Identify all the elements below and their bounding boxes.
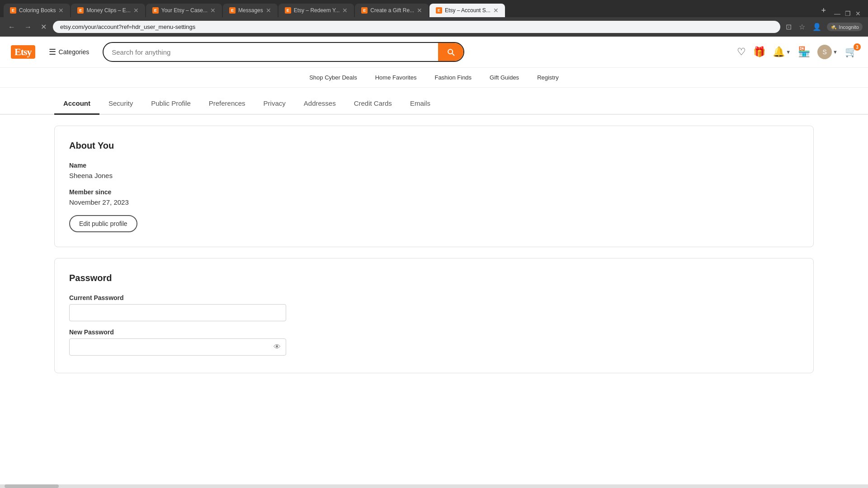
nav-bar: Shop Cyber Deals Home Favorites Fashion … xyxy=(0,68,868,88)
browser-tab-tab-1[interactable]: E Coloring Books ✕ xyxy=(4,4,70,17)
tab-label: Money Clips – E... xyxy=(86,7,130,14)
new-password-label: New Password xyxy=(69,328,799,336)
search-input[interactable] xyxy=(104,44,438,61)
hamburger-icon: ☰ xyxy=(49,47,56,57)
tab-close-icon[interactable]: ✕ xyxy=(58,7,64,14)
profile-button[interactable]: 👤 xyxy=(811,21,823,33)
browser-tab-tab-2[interactable]: E Money Clips – E... ✕ xyxy=(71,4,145,17)
tab-close-icon[interactable]: ✕ xyxy=(342,7,348,14)
edit-public-profile-button[interactable]: Edit public profile xyxy=(69,215,137,232)
gift-icon: 🎁 xyxy=(753,46,765,58)
search-icon xyxy=(446,47,455,56)
current-password-input[interactable] xyxy=(69,304,286,321)
site-header: Etsy ☰ Categories ♡ 🎁 🔔 ▼ 🏪 xyxy=(0,37,868,68)
address-bar-row: ← → ✕ ⊡ ☆ 👤 🕵 Incognito xyxy=(0,17,868,37)
member-since-label: Member since xyxy=(69,188,799,196)
new-password-input[interactable] xyxy=(69,338,286,356)
bell-icon: 🔔 xyxy=(773,46,785,58)
incognito-indicator: 🕵 Incognito xyxy=(827,23,863,31)
account-tab-account[interactable]: Account xyxy=(54,93,99,115)
browser-tab-tab-7[interactable]: E Etsy – Account S... ✕ xyxy=(429,4,505,17)
browser-chrome: E Coloring Books ✕ E Money Clips – E... … xyxy=(0,0,868,37)
current-password-label: Current Password xyxy=(69,294,799,301)
about-you-card: About You Name Sheena Jones Member since… xyxy=(54,126,814,247)
tab-favicon: E xyxy=(229,7,236,14)
cart-button[interactable]: 🛒 3 xyxy=(845,46,857,58)
maximize-button[interactable]: ❐ xyxy=(845,10,851,17)
tab-favicon: E xyxy=(436,7,442,14)
etsy-logo[interactable]: Etsy xyxy=(11,45,35,59)
tab-favicon: E xyxy=(152,7,159,14)
tab-label: Create a Gift Re... xyxy=(370,7,414,14)
tab-label: Etsy – Account S... xyxy=(445,7,491,14)
user-menu-button[interactable]: S ▼ xyxy=(817,45,838,59)
header-actions: ♡ 🎁 🔔 ▼ 🏪 S ▼ 🛒 3 xyxy=(737,45,857,59)
account-tab-addresses[interactable]: Addresses xyxy=(295,93,345,115)
heart-icon: ♡ xyxy=(737,46,746,58)
account-tab-emails[interactable]: Emails xyxy=(401,93,439,115)
browser-tab-tab-5[interactable]: E Etsy – Redeem Y... ✕ xyxy=(278,4,354,17)
new-password-wrapper: 👁 xyxy=(69,338,286,356)
categories-button[interactable]: ☰ Categories xyxy=(44,44,94,60)
browser-tab-tab-4[interactable]: E Messages ✕ xyxy=(223,4,278,17)
reload-button[interactable]: ✕ xyxy=(38,21,49,33)
about-you-title: About You xyxy=(69,141,799,151)
cart-badge: 3 xyxy=(854,43,861,51)
tab-favicon: E xyxy=(10,7,16,14)
name-value: Sheena Jones xyxy=(69,172,799,179)
user-menu-arrow: ▼ xyxy=(833,49,838,55)
account-tab-security[interactable]: Security xyxy=(99,93,142,115)
main-content: About You Name Sheena Jones Member since… xyxy=(0,115,868,395)
tab-close-icon[interactable]: ✕ xyxy=(417,7,422,14)
avatar: S xyxy=(817,45,832,59)
tab-label: Messages xyxy=(238,7,263,14)
nav-gift-guides[interactable]: Gift Guides xyxy=(490,74,519,81)
notifications-arrow: ▼ xyxy=(786,49,791,55)
minimize-button[interactable]: — xyxy=(834,10,840,17)
password-card: Password Current Password New Password 👁 xyxy=(54,258,814,373)
account-tab-public-profile[interactable]: Public Profile xyxy=(142,93,200,115)
name-label: Name xyxy=(69,162,799,169)
tab-close-icon[interactable]: ✕ xyxy=(133,7,139,14)
tab-label: Your Etsy – Case... xyxy=(161,7,208,14)
tab-bar: E Coloring Books ✕ E Money Clips – E... … xyxy=(0,0,868,17)
password-title: Password xyxy=(69,273,799,283)
favorites-button[interactable]: ♡ xyxy=(737,46,746,58)
tab-label: Coloring Books xyxy=(19,7,56,14)
tab-close-icon[interactable]: ✕ xyxy=(493,7,499,14)
tab-label: Etsy – Redeem Y... xyxy=(294,7,340,14)
password-visibility-toggle[interactable]: 👁 xyxy=(274,343,281,351)
account-tabs: AccountSecurityPublic ProfilePreferences… xyxy=(0,93,868,115)
nav-shop-cyber-deals[interactable]: Shop Cyber Deals xyxy=(309,74,357,81)
nav-home-favorites[interactable]: Home Favorites xyxy=(375,74,417,81)
search-bar xyxy=(103,42,464,62)
browser-actions: ⊡ ☆ 👤 🕵 Incognito xyxy=(784,21,863,33)
member-since-value: November 27, 2023 xyxy=(69,198,799,206)
back-button[interactable]: ← xyxy=(5,21,18,33)
search-button[interactable] xyxy=(438,43,463,61)
tab-favicon: E xyxy=(361,7,368,14)
nav-fashion-finds[interactable]: Fashion Finds xyxy=(434,74,472,81)
notifications-button[interactable]: 🔔 ▼ xyxy=(773,46,791,58)
close-window-button[interactable]: ✕ xyxy=(855,10,861,17)
tab-close-icon[interactable]: ✕ xyxy=(210,7,216,14)
address-bar[interactable] xyxy=(53,21,780,33)
browser-tab-tab-6[interactable]: E Create a Gift Re... ✕ xyxy=(355,4,429,17)
new-tab-button[interactable]: + xyxy=(817,4,830,17)
account-tab-preferences[interactable]: Preferences xyxy=(200,93,255,115)
cast-button[interactable]: ⊡ xyxy=(784,21,793,33)
tab-close-icon[interactable]: ✕ xyxy=(266,7,271,14)
browser-tab-tab-3[interactable]: E Your Etsy – Case... ✕ xyxy=(146,4,222,17)
account-tab-privacy[interactable]: Privacy xyxy=(255,93,295,115)
shop-icon: 🏪 xyxy=(798,46,810,58)
tab-favicon: E xyxy=(77,7,84,14)
nav-registry[interactable]: Registry xyxy=(537,74,559,81)
page-content: Etsy ☰ Categories ♡ 🎁 🔔 ▼ 🏪 xyxy=(0,37,868,425)
gift-button[interactable]: 🎁 xyxy=(753,46,765,58)
tab-favicon: E xyxy=(285,7,291,14)
account-tab-credit-cards[interactable]: Credit Cards xyxy=(345,93,401,115)
bookmark-button[interactable]: ☆ xyxy=(797,21,807,33)
seller-button[interactable]: 🏪 xyxy=(798,46,810,58)
forward-button[interactable]: → xyxy=(22,21,34,33)
